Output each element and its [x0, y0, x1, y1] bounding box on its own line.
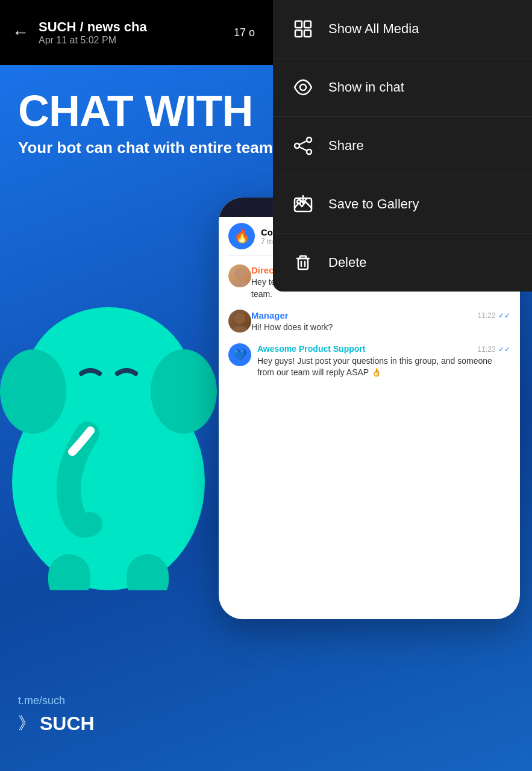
- grid-icon: [290, 16, 316, 42]
- svg-point-15: [307, 137, 311, 142]
- header-subtitle: Apr 11 at 5:02 PM: [39, 35, 147, 46]
- svg-line-19: [299, 147, 307, 151]
- message-row: 💙 Awesome Product Support 11:23 ✓✓ Hey g…: [228, 343, 510, 379]
- msg-time-2: 11:22 ✓✓: [478, 310, 510, 320]
- svg-rect-12: [295, 30, 302, 37]
- svg-point-17: [307, 149, 311, 154]
- brand-name: SUCH: [40, 713, 95, 735]
- svg-point-16: [295, 143, 299, 148]
- menu-label-show-all-media: Show All Media: [328, 21, 419, 37]
- svg-rect-10: [295, 21, 302, 28]
- sender-name-support: Awesome Product Support: [257, 344, 365, 354]
- svg-point-9: [232, 326, 248, 332]
- back-button[interactable]: ←: [12, 23, 29, 42]
- menu-label-delete: Delete: [328, 255, 367, 270]
- svg-point-2: [0, 349, 66, 434]
- svg-rect-23: [298, 258, 308, 269]
- msg-time-3: 11:23 ✓✓: [478, 343, 510, 354]
- svg-point-14: [300, 84, 306, 90]
- avatar-manager: [228, 310, 251, 332]
- bottom-info: t.me/such 》 SUCH: [18, 695, 95, 735]
- share-icon: [290, 133, 316, 159]
- header-title: SUCH / news cha: [39, 19, 147, 35]
- avatar-director: [228, 264, 251, 287]
- trash-icon: [290, 249, 316, 276]
- svg-rect-11: [304, 21, 311, 28]
- menu-item-show-in-chat[interactable]: Show in chat: [273, 58, 532, 117]
- site-url: t.me/such: [18, 695, 95, 707]
- svg-line-18: [299, 141, 307, 145]
- header-counter: 17 o: [234, 27, 255, 39]
- tick-icon: ✓✓: [498, 345, 510, 354]
- save-gallery-icon: [290, 191, 316, 217]
- avatar-support: 💙: [228, 343, 251, 366]
- message-body-manager: Manager 11:22 ✓✓ Hi! How does it work?: [251, 310, 510, 334]
- svg-rect-13: [304, 30, 311, 37]
- svg-point-3: [151, 349, 217, 434]
- menu-label-show-in-chat: Show in chat: [328, 80, 404, 95]
- svg-point-6: [234, 268, 245, 279]
- brand-logo: 》 SUCH: [18, 712, 95, 735]
- svg-point-7: [232, 281, 248, 287]
- header-info: SUCH / news cha Apr 11 at 5:02 PM: [39, 19, 147, 46]
- msg-text-manager: Hi! How does it work?: [251, 322, 510, 334]
- menu-label-share: Share: [328, 138, 364, 154]
- menu-item-delete[interactable]: Delete: [273, 234, 532, 292]
- msg-text-support: Hey guys! Just post your questions in th…: [257, 355, 510, 379]
- message-row: Manager 11:22 ✓✓ Hi! How does it work?: [228, 310, 510, 334]
- brand-icon: 》: [18, 712, 35, 735]
- tick-icon: ✓✓: [498, 311, 510, 320]
- menu-label-save-to-gallery: Save to Gallery: [328, 196, 419, 212]
- sender-name-manager: Manager: [251, 310, 289, 320]
- context-menu: Show All Media Show in chat Share: [273, 0, 532, 292]
- group-avatar: 🔥: [228, 223, 255, 249]
- menu-item-share[interactable]: Share: [273, 117, 532, 175]
- svg-point-8: [234, 313, 245, 324]
- menu-item-save-to-gallery[interactable]: Save to Gallery: [273, 175, 532, 234]
- message-body-support: Awesome Product Support 11:23 ✓✓ Hey guy…: [257, 343, 510, 379]
- eye-icon: [290, 74, 316, 101]
- menu-item-show-all-media[interactable]: Show All Media: [273, 0, 532, 58]
- elephant-mascot: [0, 253, 217, 590]
